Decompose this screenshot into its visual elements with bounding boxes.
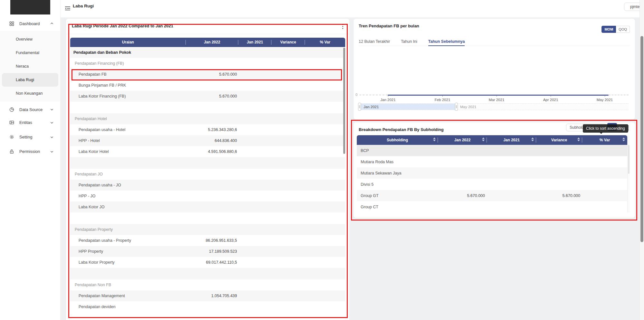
row-label: Pendapatan Property (70, 227, 186, 232)
table-row-laba-kotor-property[interactable]: Laba Kotor Property 69.017.442.110,5 (70, 257, 345, 268)
row-label: HPP - Hotel (70, 138, 186, 143)
x-axis-tick (442, 96, 443, 97)
table-scrollbar[interactable] (627, 135, 630, 212)
menu-fold-icon[interactable] (65, 5, 71, 11)
chart-brush[interactable]: Jan 2021 May 2021 (359, 103, 629, 110)
sidebar-item-fundamental[interactable]: Fundamental (2, 46, 58, 60)
table-row-hpp-hotel[interactable]: HPP - Hotel 644.836.400 (70, 135, 345, 146)
chevron-down-icon (50, 108, 54, 111)
chevron-down-icon (50, 150, 54, 154)
x-axis-tick (551, 96, 551, 97)
table-row-pendapatan-deviden[interactable]: Pendapatan deviden (70, 301, 345, 312)
sortable-column-header-var[interactable]: % Var (582, 135, 627, 145)
row-label: Pendapatan FB (70, 72, 186, 77)
period-toggle: MOM QOQ (601, 26, 630, 33)
column-header-var: % Var (305, 38, 345, 47)
table-row-bcp[interactable]: BCP (357, 145, 627, 156)
sidebar-item-entitas[interactable]: Entitas (0, 115, 60, 130)
toggle-qoq-button[interactable]: QOQ (616, 26, 630, 33)
table-row-hpp-property[interactable]: HPP Property 17.189.509.523 (70, 246, 345, 257)
table-row-pendapatan-jo: Pendapatan JO (70, 169, 345, 180)
table-row-group-gt[interactable]: Group GT 5.670.000 5.670.000 (357, 190, 627, 201)
table-row-pendapatan-usaha-jo[interactable]: Pendapatan usaha - JO (70, 180, 345, 191)
row-label: HPP - JO (70, 194, 186, 198)
trend-panel: Tren Pendapatan FB per bulan MOM QOQ 12 … (354, 19, 635, 119)
table-row-group-ct[interactable]: Group CT (357, 201, 627, 212)
row-label: Pendapatan usaha - Property (70, 238, 186, 243)
row-label: Laba Kotor Financing (FB) (70, 94, 186, 99)
cell-subholding: Group GT (357, 193, 438, 198)
sortable-column-header-jan-2022[interactable]: Jan 2022 (438, 135, 487, 145)
row-label: Pendapatan Non FB (70, 283, 186, 287)
table-row-pendapatan-usaha-property[interactable]: Pendapatan usaha - Property 86.206.951.6… (70, 235, 345, 246)
x-axis-label: Apr 2021 (539, 98, 562, 102)
table-body: BCP Mutiara Roda Mas Mutiara Sekawan Jay… (357, 145, 627, 212)
cell-subholding: BCP (357, 148, 438, 153)
row-label: Pendapatan dan Beban Pokok (70, 50, 186, 55)
income-statement-table: UraianJan 2022Jan 2021Variance% Var Pend… (70, 38, 345, 312)
income-statement-panel: Laba Rugi Periode Jan 2022 Compared to J… (66, 19, 349, 320)
sidebar-menu: Dashboard OverviewFundamentalNeracaLaba … (0, 18, 60, 159)
table-row-pendapatan-usaha-hotel[interactable]: Pendapatan usaha - Hotel 5.236.343.280,6 (70, 124, 345, 135)
x-axis-label: Mar 2021 (485, 98, 508, 102)
top-header: pjmtest (61, 0, 644, 17)
lock-icon (9, 149, 14, 154)
x-axis-tick (605, 96, 605, 97)
table-row-laba-kotor-hotel[interactable]: Laba Kotor Hotel 4.591.506.880,6 (70, 146, 345, 157)
sortable-column-header-jan-2021[interactable]: Jan 2021 (487, 135, 536, 145)
card-table-icon (9, 120, 14, 125)
table-row-laba-kotor-jo[interactable]: Laba Kotor JO (70, 202, 345, 212)
tab-tahun-sebelumnya[interactable]: Tahun Sebelumnya (428, 38, 465, 46)
brush-handle-left[interactable] (358, 103, 361, 111)
sidebar-item-permission[interactable]: Permission (0, 144, 60, 159)
sortable-column-header-subholding[interactable]: Subholding (357, 135, 438, 145)
cell-jan-2022: 4.591.506.880,6 (186, 149, 238, 154)
cell-subholding: Mutiara Roda Mas (357, 160, 438, 164)
row-label: Pendapatan usaha - Hotel (70, 127, 186, 132)
table-body: Pendapatan dan Beban Pokok Pendapatan Fi… (70, 47, 345, 312)
sidebar-item-overview[interactable]: Overview (2, 33, 58, 46)
cell-jan-2022: 86.206.951.633,5 (186, 238, 238, 243)
table-row-mutiara-sekawan-jaya[interactable]: Mutiara Sekawan Jaya (357, 167, 627, 179)
sortable-column-header-variance[interactable]: Variance (536, 135, 582, 145)
row-label: Pendapatan Financing (FB) (70, 61, 186, 66)
x-axis-label: Jan 2021 (377, 98, 399, 102)
dashboard-grid-icon (9, 21, 14, 26)
sidebar-item-non-keuangan[interactable]: Non Keuangan (2, 87, 58, 100)
sidebar-item-laba-rugi[interactable]: Laba Rugi (2, 73, 58, 87)
toggle-mom-button[interactable]: MOM (601, 26, 616, 33)
sidebar-item-label: Entitas (19, 120, 32, 125)
brush-handle-right[interactable] (455, 103, 458, 111)
cell-variance: 5.670.000 (536, 193, 582, 198)
table-row-pendapatan-hotel: Pendapatan Hotel (70, 113, 345, 124)
chevron-up-icon (50, 22, 54, 25)
table-row-mutiara-roda-mas[interactable]: Mutiara Roda Mas (357, 156, 627, 167)
column-header-uraian: Uraian (70, 38, 186, 47)
cell-subholding: Divisi 5 (357, 182, 438, 187)
tab-tahun-ini[interactable]: Tahun Ini (401, 38, 417, 46)
row-label: Pendapatan usaha - JO (70, 183, 186, 187)
sidebar-item-neraca[interactable]: Neraca (2, 60, 58, 73)
table-row-hpp-jo[interactable]: HPP - JO (70, 191, 345, 202)
sorter-icon (622, 137, 625, 141)
table-row-divisi-5[interactable]: Divisi 5 (357, 179, 627, 190)
table-scrollbar[interactable] (343, 48, 345, 154)
table-row-pendapatan-non-fb: Pendapatan Non FB (70, 279, 345, 290)
cell-jan-2022: 69.017.442.110,5 (186, 260, 238, 265)
table-row-pendapatan-fb[interactable]: Pendapatan FB 5.670.000 (70, 69, 345, 80)
sidebar-item-dashboard[interactable]: Dashboard (0, 18, 60, 29)
table-row-pendapatan-management[interactable]: Pendapatan Management 1.054.705.439 (70, 290, 345, 301)
sidebar-item-data-source[interactable]: Data Source (0, 104, 60, 115)
column-header-jan-2021: Jan 2021 (238, 38, 271, 47)
sidebar-item-setting[interactable]: Setting (0, 130, 60, 144)
more-options-icon[interactable] (340, 23, 346, 30)
breakdown-panel: Breakdown Pendapatan FB By Subholding Su… (354, 122, 635, 218)
tab-12-bulan-terakhir[interactable]: 12 Bulan Terakhir (359, 38, 390, 46)
page-scrollbar-thumb[interactable] (640, 36, 643, 242)
table-row-laba-kotor-financing-fb[interactable]: Laba Kotor Financing (FB) 5.670.000 (70, 91, 345, 102)
x-axis-label: May 2021 (593, 98, 616, 102)
table-row-bunga-pinjaman-fb-prk[interactable]: Bunga Pinjaman FB / PRK (70, 80, 345, 91)
x-axis-tick (388, 96, 388, 97)
page-scrollbar[interactable] (639, 0, 644, 320)
sidebar-item-label: Permission (19, 149, 40, 154)
